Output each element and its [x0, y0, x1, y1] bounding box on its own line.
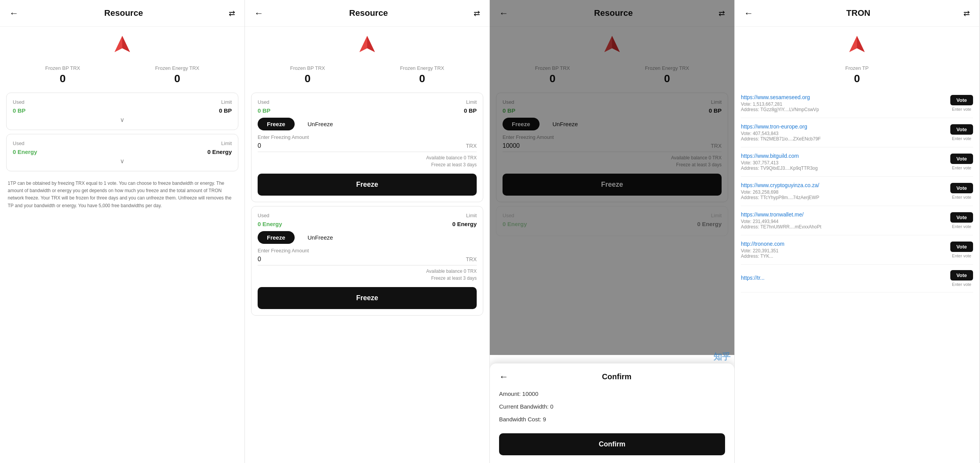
panel2-energy-used-value: 0 Energy: [258, 221, 282, 227]
vote-info-5: http://tronone.com Vote: 220,391,351 Add…: [741, 241, 946, 259]
panel4-frozen-value: 0: [845, 73, 869, 85]
panel4-vote-list: https://www.sesameseed.org Vote: 1,513,6…: [735, 89, 979, 292]
panel2-bp-used-label: Used: [258, 99, 269, 105]
panel2-frozen-bp-value: 0: [290, 73, 325, 85]
svg-marker-3: [122, 36, 130, 52]
energy-limit-label: Limit: [221, 140, 232, 146]
panel2-energy-toggle: Freeze UnFreeze: [258, 231, 477, 244]
tron-logo-icon-4: [845, 34, 869, 57]
panel2-bp-toggle: Freeze UnFreeze: [258, 118, 477, 130]
svg-marker-5: [359, 36, 367, 52]
panel2-energy-amount-input[interactable]: [258, 256, 466, 263]
frozen-bp-label: Frozen BP TRX: [45, 65, 80, 71]
panel1-bp-card: Used Limit 0 BP 0 BP ∨: [6, 93, 238, 130]
panel2-energy-currency: TRX: [466, 256, 477, 262]
vote-url-5[interactable]: http://tronone.com: [741, 241, 946, 247]
panel2-frozen-energy: Frozen Energy TRX 0: [400, 65, 444, 85]
panel2-energy-values: 0 Energy 0 Energy: [258, 221, 477, 227]
panel3-confirm-back[interactable]: ←: [499, 371, 508, 382]
bp-card-chevron[interactable]: ∨: [13, 116, 232, 123]
panel2-bp-freeze-action-btn[interactable]: Freeze: [258, 174, 477, 196]
panel4-back-button[interactable]: ←: [744, 8, 753, 19]
enter-vote-btn-5[interactable]: Enter vote: [952, 253, 971, 258]
vote-url-0[interactable]: https://www.sesameseed.org: [741, 94, 946, 100]
panel2-logo: [245, 27, 489, 61]
vote-list-item: https://www.tron-europe.org Vote: 407,54…: [741, 118, 973, 147]
enter-vote-btn-3[interactable]: Enter vote: [952, 195, 971, 199]
vote-url-6[interactable]: https://tr...: [741, 275, 946, 281]
panel1-back-button[interactable]: ←: [9, 8, 19, 19]
vote-btn-5[interactable]: Vote: [950, 242, 973, 252]
energy-used-value: 0 Energy: [13, 149, 37, 155]
panel2-bp-limit-label: Limit: [466, 99, 477, 105]
panel2-bp-currency: TRX: [466, 143, 477, 149]
vote-address-0: Address: TGzz8gjYiY....LVNmpCswVp: [741, 107, 946, 112]
svg-marker-6: [367, 36, 375, 52]
panel1-frozen-row: Frozen BP TRX 0 Frozen Energy TRX 0: [0, 61, 245, 89]
vote-count-5: Vote: 220,391,351: [741, 248, 946, 253]
frozen-energy-value: 0: [155, 73, 199, 85]
energy-card-chevron[interactable]: ∨: [13, 157, 232, 165]
vote-list-item: https://www.tronwallet.me/ Vote: 231,493…: [741, 206, 973, 235]
enter-vote-btn-6[interactable]: Enter vote: [952, 282, 971, 287]
panel2-bp-input-row: TRX: [258, 142, 477, 152]
vote-btn-col-6: Vote Enter vote: [950, 270, 973, 287]
panel2-energy-card: Used Limit 0 Energy 0 Energy Freeze UnFr…: [251, 206, 483, 316]
vote-btn-4[interactable]: Vote: [950, 212, 973, 223]
tron-logo-icon: [111, 34, 134, 57]
enter-vote-btn-1[interactable]: Enter vote: [952, 136, 971, 141]
panel2-bp-unfreeze-btn[interactable]: UnFreeze: [299, 118, 342, 130]
panel2-energy-unfreeze-btn[interactable]: UnFreeze: [299, 231, 342, 244]
enter-vote-btn-2[interactable]: Enter vote: [952, 166, 971, 170]
vote-url-3[interactable]: https://www.cryptoguyinza.co.za/: [741, 182, 946, 188]
panel-1-resource: ← Resource ⇄ Frozen BP TRX 0 Frozen Ener…: [0, 0, 245, 463]
panel3-cost-row: Bandwidth Cost: 9: [499, 415, 725, 423]
frozen-bp-value: 0: [45, 73, 80, 85]
panel2-frozen-bp-label: Frozen BP TRX: [290, 65, 325, 71]
panel-2-resource: ← Resource ⇄ Frozen BP TRX 0 Frozen Ener…: [245, 0, 490, 463]
panel2-energy-freeze-btn[interactable]: Freeze: [258, 231, 295, 244]
enter-vote-btn-4[interactable]: Enter vote: [952, 224, 971, 229]
panel3-confirm-btn[interactable]: Confirm: [499, 433, 725, 455]
vote-info-4: https://www.tronwallet.me/ Vote: 231,493…: [741, 211, 946, 230]
frozen-energy-label: Frozen Energy TRX: [155, 65, 199, 71]
vote-address-3: Address: TTcYhypP8m....74zAerjEWP: [741, 195, 946, 200]
vote-btn-0[interactable]: Vote: [950, 95, 973, 105]
panel2-energy-header: Used Limit: [258, 213, 477, 218]
vote-address-5: Address: TYK...: [741, 253, 946, 259]
bp-limit-label: Limit: [221, 99, 232, 105]
vote-list-item: https://www.cryptoguyinza.co.za/ Vote: 2…: [741, 177, 973, 206]
vote-url-4[interactable]: https://www.tronwallet.me/: [741, 211, 946, 218]
panel3-dim-overlay: [490, 0, 734, 355]
panel-3-resource-confirm: ← Resource ⇄ Frozen BP TRX 0 Frozen Ener…: [490, 0, 735, 463]
panel-4-tron: ← TRON ⇄ Frozen TP 0 https://www.sesames…: [735, 0, 980, 463]
bp-limit-value: 0 BP: [219, 107, 232, 114]
vote-list-item: http://tronone.com Vote: 220,391,351 Add…: [741, 235, 973, 265]
panel2-menu-icon[interactable]: ⇄: [474, 8, 480, 18]
panel2-frozen-row: Frozen BP TRX 0 Frozen Energy TRX 0: [245, 61, 489, 89]
panel2-back-button[interactable]: ←: [254, 8, 263, 19]
vote-url-1[interactable]: https://www.tron-europe.org: [741, 123, 946, 130]
panel2-bp-amount-input[interactable]: [258, 142, 466, 149]
vote-btn-col-1: Vote Enter vote: [950, 124, 973, 141]
panel1-menu-icon[interactable]: ⇄: [229, 8, 235, 18]
panel1-info-text: 1TP can be obtained by freezing TRX equa…: [0, 175, 245, 214]
vote-address-4: Address: TE7hnUtWRR....mEvxxAhoPt: [741, 224, 946, 230]
vote-btn-2[interactable]: Vote: [950, 154, 973, 164]
vote-btn-3[interactable]: Vote: [950, 183, 973, 193]
vote-btn-6[interactable]: Vote: [950, 270, 973, 281]
vote-btn-1[interactable]: Vote: [950, 124, 973, 135]
panel2-header: ← Resource ⇄: [245, 0, 489, 27]
panel4-menu-icon[interactable]: ⇄: [963, 8, 970, 18]
enter-vote-btn-0[interactable]: Enter vote: [952, 107, 971, 112]
vote-count-2: Vote: 307,757,413: [741, 160, 946, 166]
panel2-bp-freeze-btn[interactable]: Freeze: [258, 118, 295, 130]
vote-url-2[interactable]: https://www.bitguild.com: [741, 153, 946, 159]
energy-card-row: Used Limit: [13, 140, 232, 146]
vote-address-1: Address: TN2MEB71io....ZXeENcb79F: [741, 136, 946, 142]
panel2-energy-freeze-action-btn[interactable]: Freeze: [258, 287, 477, 309]
panel2-frozen-bp: Frozen BP TRX 0: [290, 65, 325, 85]
panel3-confirm-modal: ← Confirm Amount: 10000 Current Bandwidt…: [490, 363, 734, 463]
panel2-frozen-energy-label: Frozen Energy TRX: [400, 65, 444, 71]
vote-list-item: https://www.bitguild.com Vote: 307,757,4…: [741, 147, 973, 177]
